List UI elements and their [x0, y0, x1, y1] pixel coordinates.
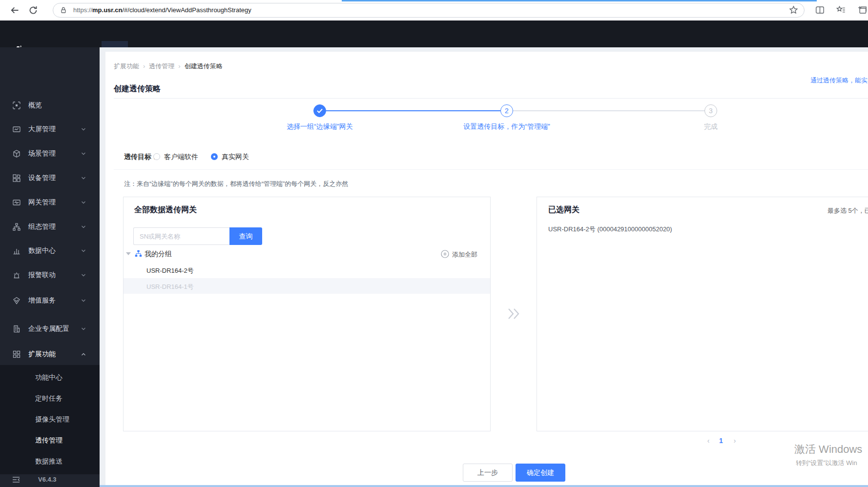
chevron-down-icon	[81, 176, 86, 180]
sidebar-item-label: 场景管理	[28, 149, 56, 158]
section-divider	[114, 169, 868, 170]
url-path: /#/cloud/extend/ViewAddPassthroughStrate…	[122, 6, 251, 14]
windows-activation-hint: 转到“设置”以激活 Win	[796, 459, 857, 467]
active-tab-indicator	[342, 0, 817, 1]
tree-group-label[interactable]: 我的分组	[145, 250, 172, 259]
sidebar-item-extend[interactable]: 扩展功能	[0, 345, 100, 364]
favorites-bar-icon[interactable]	[836, 5, 846, 15]
chevron-down-icon	[81, 127, 86, 131]
app-root: https://mp.usr.cn/#/cloud/extend/ViewAdd…	[0, 0, 868, 487]
page-title: 创建透传策略	[114, 84, 161, 94]
radio-client-software-label[interactable]: 客户端软件	[164, 153, 198, 162]
sidebar-item-scada[interactable]: 组态管理	[0, 217, 100, 237]
chevron-down-icon	[81, 201, 86, 204]
browser-back-icon[interactable]	[10, 5, 20, 15]
favorite-star-icon[interactable]	[789, 5, 799, 15]
browser-refresh-icon[interactable]	[28, 5, 38, 15]
sidebar-item-scene[interactable]: 场景管理	[0, 144, 100, 163]
sidebar-item-bigscreen[interactable]: 大屏管理	[0, 120, 100, 139]
sidebar-collapse-icon[interactable]	[12, 476, 21, 484]
selected-gateway-item[interactable]: USR-DR164-2号 (00004291000000052020)	[548, 225, 672, 234]
url-scheme: https://	[73, 6, 92, 14]
submenu-item-timed-task[interactable]: 定时任务	[0, 389, 100, 407]
radio-client-software[interactable]	[153, 153, 160, 160]
radio-real-gateway-label[interactable]: 真实网关	[222, 153, 249, 162]
sidebar-item-label: 增值服务	[28, 296, 56, 305]
gateway-item[interactable]: USR-DR164-2号	[146, 266, 194, 275]
breadcrumb-current: 创建透传策略	[185, 62, 223, 70]
pagination-next[interactable]: ›	[729, 435, 740, 446]
previous-step-button[interactable]: 上一步	[463, 464, 513, 482]
collections-icon[interactable]	[858, 5, 868, 15]
pagination-page-1[interactable]: 1	[716, 435, 726, 446]
all-gateways-title: 全部数据透传网关	[134, 205, 197, 215]
sidebar-item-label: 数据中心	[28, 246, 56, 255]
chevron-down-icon	[81, 299, 86, 303]
chevron-up-icon	[81, 352, 86, 356]
chevron-down-icon	[81, 152, 86, 156]
gateway-item-disabled[interactable]: USR-DR164-1号	[146, 283, 194, 291]
radio-real-gateway[interactable]	[211, 153, 218, 160]
valueadd-icon	[13, 297, 21, 304]
overview-icon	[13, 101, 21, 109]
split-screen-icon[interactable]	[815, 5, 825, 15]
url-text[interactable]: https://mp.usr.cn/#/cloud/extend/ViewAdd…	[73, 6, 251, 14]
strategy-help-link[interactable]: 通过透传策略，能实	[810, 76, 868, 85]
window-bottom-edge	[100, 485, 868, 487]
sidebar-item-alarm[interactable]: 报警联动	[0, 265, 100, 285]
sidebar-item-label: 概览	[28, 101, 42, 110]
enterprise-icon	[13, 325, 21, 333]
step-3-circle: 3	[704, 104, 717, 117]
chevron-down-icon	[81, 225, 86, 229]
sidebar-item-gateway[interactable]: 网关管理	[0, 193, 100, 212]
tree-expand-caret[interactable]	[126, 252, 131, 255]
step-1-label: 选择一组“边缘端”网关	[266, 122, 373, 131]
sidebar-item-overview[interactable]: 概览	[0, 96, 100, 115]
breadcrumb-extend[interactable]: 扩展功能	[114, 62, 139, 70]
sidebar: 概览 大屏管理 场景管理 设备管理 网关管理 组态管理	[0, 47, 100, 487]
chevron-down-icon	[81, 249, 86, 253]
step-2-circle: 2	[500, 104, 513, 117]
alarm-icon	[13, 271, 21, 279]
confirm-create-button[interactable]: 确定创建	[516, 464, 565, 482]
sidebar-item-label: 企业专属配置	[28, 325, 69, 333]
breadcrumb-separator: ›	[178, 62, 180, 70]
pagination-prev[interactable]: ‹	[703, 435, 714, 446]
device-icon	[13, 174, 21, 182]
version-label: V6.4.3	[38, 476, 57, 483]
sidebar-item-datacenter[interactable]: 数据中心	[0, 241, 100, 261]
submenu-item-data-push[interactable]: 数据推送	[0, 452, 100, 470]
sidebar-item-valueadd[interactable]: 增值服务	[0, 291, 100, 310]
lock-icon[interactable]	[60, 6, 67, 14]
group-icon	[135, 250, 142, 257]
submenu-item-camera[interactable]: 摄像头管理	[0, 410, 100, 428]
transfer-right-icon	[507, 306, 520, 322]
scene-icon	[13, 150, 21, 158]
sidebar-item-label: 网关管理	[28, 198, 56, 207]
add-all-icon[interactable]	[441, 250, 449, 258]
search-button[interactable]: 查询	[229, 227, 262, 245]
sidebar-item-device[interactable]: 设备管理	[0, 168, 100, 188]
selected-gateways-title: 已选网关	[548, 205, 579, 215]
search-input[interactable]	[133, 227, 229, 245]
extend-submenu: 功能中心 定时任务 摄像头管理 透传管理 数据推送	[0, 365, 100, 474]
url-domain: mp.usr.cn	[92, 6, 122, 14]
sidebar-item-label: 报警联动	[28, 271, 56, 280]
step-3-label: 完成	[686, 122, 735, 131]
chevron-down-icon	[81, 273, 86, 277]
breadcrumb-passthrough[interactable]: 透传管理	[149, 62, 174, 70]
sidebar-item-label: 大屏管理	[28, 125, 56, 134]
sidebar-item-label: 组态管理	[28, 223, 56, 231]
breadcrumb-separator: ›	[143, 62, 145, 70]
extend-icon	[13, 350, 21, 358]
bigscreen-icon	[13, 125, 21, 133]
sidebar-item-enterprise[interactable]: 企业专属配置	[0, 319, 100, 339]
breadcrumb: 扩展功能›透传管理›创建透传策略	[114, 62, 223, 71]
scada-icon	[13, 223, 21, 231]
stepper-line-done	[326, 110, 500, 111]
add-all-label[interactable]: 添加全部	[452, 250, 477, 259]
gateway-icon	[13, 199, 21, 206]
submenu-item-function-center[interactable]: 功能中心	[0, 368, 100, 386]
submenu-item-passthrough[interactable]: 透传管理	[0, 431, 100, 449]
passthrough-note: 注：来自“边缘端”的每个网关的数据，都将透传给“管理端”的每个网关，反之亦然	[124, 180, 348, 188]
